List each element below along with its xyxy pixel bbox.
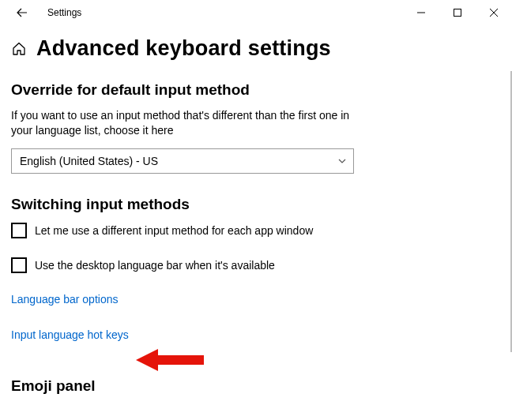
home-icon[interactable]: [11, 41, 27, 57]
section-override: Override for default input method If you…: [11, 81, 512, 174]
chevron-down-icon: [337, 156, 347, 166]
link-language-bar-options[interactable]: Language bar options: [11, 293, 118, 306]
checkbox-icon: [11, 257, 27, 273]
titlebar: Settings: [0, 0, 512, 25]
checkbox-label: Let me use a different input method for …: [35, 224, 313, 237]
override-description: If you want to use an input method that'…: [11, 108, 351, 138]
page-title: Advanced keyboard settings: [36, 36, 331, 61]
checkbox-per-app[interactable]: Let me use a different input method for …: [11, 223, 512, 238]
content-area: Advanced keyboard settings Override for …: [0, 25, 512, 395]
close-button[interactable]: [476, 0, 512, 25]
override-title: Override for default input method: [11, 81, 512, 99]
close-icon: [490, 9, 498, 17]
switching-title: Switching input methods: [11, 196, 512, 213]
checkbox-desktop-langbar[interactable]: Use the desktop language bar when it's a…: [11, 257, 512, 273]
window-controls: [403, 0, 512, 25]
section-emoji: Emoji panel: [11, 377, 512, 395]
section-switching: Switching input methods Let me use a dif…: [11, 196, 512, 352]
back-arrow-icon: [17, 7, 28, 18]
app-name: Settings: [47, 7, 81, 18]
input-method-dropdown[interactable]: English (United States) - US: [11, 148, 354, 174]
checkbox-label: Use the desktop language bar when it's a…: [35, 259, 275, 272]
maximize-button[interactable]: [439, 0, 476, 25]
dropdown-selected: English (United States) - US: [20, 155, 158, 167]
link-input-language-hotkeys[interactable]: Input language hot keys: [11, 328, 129, 341]
checkbox-icon: [11, 223, 27, 238]
page-header: Advanced keyboard settings: [11, 36, 512, 61]
emoji-title: Emoji panel: [11, 377, 512, 395]
minimize-icon: [417, 9, 425, 17]
maximize-icon: [454, 9, 461, 17]
minimize-button[interactable]: [403, 0, 439, 25]
svg-rect-1: [454, 9, 461, 17]
back-button[interactable]: [6, 0, 38, 25]
